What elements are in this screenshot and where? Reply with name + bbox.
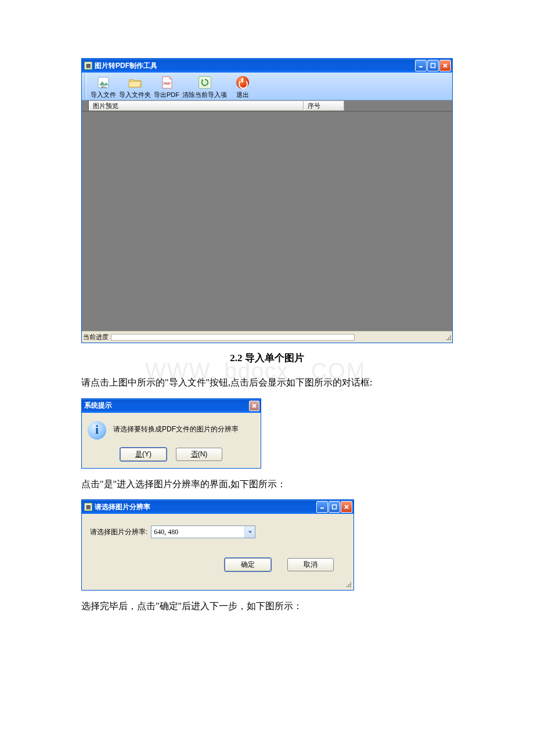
app-icon: ▦ <box>84 503 92 511</box>
info-icon: i <box>88 421 106 440</box>
status-bar: 当前进度 <box>82 331 452 343</box>
dialog2-minimize-button[interactable] <box>316 501 328 513</box>
dialog1-title: 系统提示 <box>84 401 249 411</box>
toolbar-label: 导入文件 <box>91 91 116 99</box>
dialog1-titlebar: 系统提示 <box>82 399 261 413</box>
dialog1-message: 请选择要转换成PDF文件的图片的分辨率 <box>113 421 239 434</box>
export-pdf-button[interactable]: PDF 导出PDF <box>152 74 181 99</box>
combobox-value: 640, 480 <box>151 527 244 538</box>
chevron-down-icon[interactable] <box>244 526 255 538</box>
svg-marker-8 <box>201 79 203 81</box>
status-label: 当前进度 <box>83 333 109 341</box>
refresh-icon <box>197 75 213 89</box>
svg-rect-12 <box>333 505 337 509</box>
column-headers: 图片预览 序号 <box>82 100 452 111</box>
svg-text:JPG: JPG <box>100 85 106 89</box>
folder-icon <box>127 75 143 89</box>
toolbar: JPG 导入文件 导入文件夹 PDF 导出PDF 清除当前导入项 退出 <box>82 73 452 100</box>
svg-marker-15 <box>248 531 252 534</box>
dialog2-close-button[interactable] <box>341 501 352 513</box>
dialog2-title: 请选择图片分辨率 <box>95 502 316 512</box>
column-index-header[interactable]: 序号 <box>304 100 344 111</box>
close-button[interactable] <box>439 60 451 71</box>
empty-list-area <box>82 111 452 331</box>
resolution-field-label: 请选择图片分辨率: <box>90 527 147 537</box>
resize-grip-icon[interactable] <box>443 333 452 342</box>
paragraph-2: 点击"是"进入选择图片分辨率的界面,如下图所示： <box>81 477 453 492</box>
resolution-dialog: ▦ 请选择图片分辨率 请选择图片分辨率: 640, 480 确定 取消 <box>81 499 354 591</box>
resolution-combobox[interactable]: 640, 480 <box>151 525 255 538</box>
paragraph-1: 请点击上图中所示的"导入文件"按钮,点击后会显示如下图所示的对话框: <box>81 375 453 390</box>
progress-bar <box>111 334 355 341</box>
column-preview-header[interactable]: 图片预览 <box>89 100 304 111</box>
system-prompt-dialog: 系统提示 i 请选择要转换成PDF文件的图片的分辨率 是(Y) 否(N) <box>81 398 261 469</box>
svg-text:PDF: PDF <box>164 82 171 85</box>
main-titlebar: ▦ 图片转PDF制作工具 <box>82 59 452 73</box>
import-folder-button[interactable]: 导入文件夹 <box>118 74 152 99</box>
toolbar-label: 导入文件夹 <box>119 91 151 99</box>
ok-button[interactable]: 确定 <box>225 558 271 571</box>
import-file-button[interactable]: JPG 导入文件 <box>89 74 118 99</box>
cancel-button[interactable]: 取消 <box>287 558 334 571</box>
pdf-file-icon: PDF <box>158 75 175 89</box>
maximize-button[interactable] <box>427 60 439 71</box>
dialog2-titlebar: ▦ 请选择图片分辨率 <box>82 500 353 514</box>
section-heading: 2.2 导入单个图片 <box>81 351 453 365</box>
paragraph-3: 选择完毕后，点击"确定"后进入下一步，如下图所示： <box>81 599 453 614</box>
exit-button[interactable]: 退出 <box>228 74 257 99</box>
main-window-title: 图片转PDF制作工具 <box>95 61 415 71</box>
clear-current-button[interactable]: 清除当前导入项 <box>181 74 228 99</box>
dialog1-close-button[interactable] <box>249 401 259 411</box>
toolbar-label: 退出 <box>236 91 249 99</box>
no-button[interactable]: 否(N) <box>176 448 222 461</box>
app-icon: ▦ <box>84 62 92 70</box>
minimize-button[interactable] <box>415 60 427 71</box>
toolbar-label: 导出PDF <box>154 91 179 99</box>
yes-button[interactable]: 是(Y) <box>120 448 167 461</box>
dialog2-maximize-button[interactable] <box>329 501 340 513</box>
jpg-file-icon: JPG <box>95 75 111 89</box>
toolbar-label: 清除当前导入项 <box>182 91 227 99</box>
resize-grip-icon[interactable] <box>343 579 352 589</box>
main-app-window: ▦ 图片转PDF制作工具 JPG 导入文件 导入文件夹 PDF 导出PDF <box>81 58 453 343</box>
svg-rect-1 <box>431 64 435 68</box>
power-icon <box>234 75 251 89</box>
